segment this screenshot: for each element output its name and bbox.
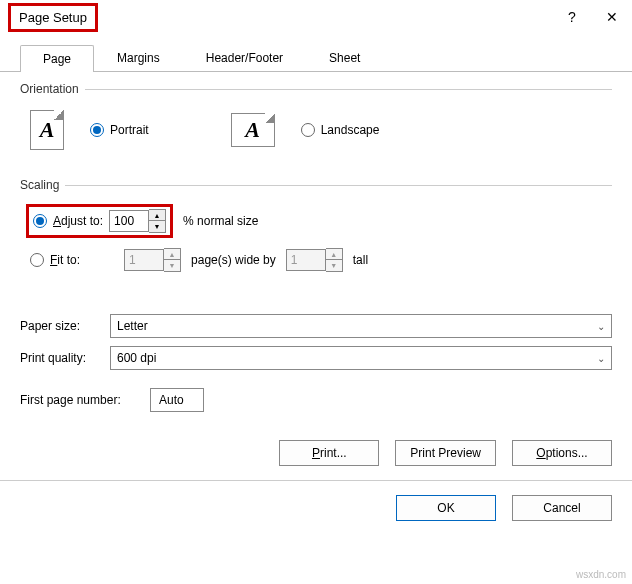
- paper-size-value: Letter: [117, 319, 148, 333]
- fit-tall-input[interactable]: [286, 249, 326, 271]
- portrait-icon: A: [30, 110, 64, 150]
- print-quality-value: 600 dpi: [117, 351, 156, 365]
- watermark: wsxdn.com: [576, 569, 626, 580]
- fit-tall-spinner[interactable]: ▲▼: [286, 248, 343, 272]
- title-bar: Page Setup ? ✕: [0, 0, 632, 34]
- close-button[interactable]: ✕: [592, 2, 632, 32]
- print-quality-select[interactable]: 600 dpi ⌄: [110, 346, 612, 370]
- paper-size-label: Paper size:: [20, 319, 110, 333]
- tab-sheet[interactable]: Sheet: [306, 44, 383, 71]
- cancel-button[interactable]: Cancel: [512, 495, 612, 521]
- first-page-label: First page number:: [20, 393, 150, 407]
- print-button[interactable]: Print...: [279, 440, 379, 466]
- orientation-legend: Orientation: [20, 82, 85, 96]
- print-preview-button[interactable]: Print Preview: [395, 440, 496, 466]
- fit-tall-suffix: tall: [353, 253, 368, 267]
- tab-page[interactable]: Page: [20, 45, 94, 72]
- spin-down-icon[interactable]: ▼: [149, 221, 165, 232]
- window-title: Page Setup: [8, 3, 98, 32]
- ok-button[interactable]: OK: [396, 495, 496, 521]
- scaling-legend: Scaling: [20, 178, 65, 192]
- help-button[interactable]: ?: [552, 2, 592, 32]
- landscape-icon: A: [231, 113, 275, 147]
- print-quality-label: Print quality:: [20, 351, 110, 365]
- tab-strip: Page Margins Header/Footer Sheet: [0, 34, 632, 72]
- spin-up-icon[interactable]: ▲: [149, 210, 165, 221]
- options-button[interactable]: Options...: [512, 440, 612, 466]
- orientation-group: Orientation A Portrait A Landscape: [20, 82, 612, 162]
- portrait-radio[interactable]: Portrait: [90, 123, 149, 137]
- adjust-to-spinner[interactable]: ▲▼: [109, 209, 166, 233]
- fit-to-radio[interactable]: Fit to:: [30, 253, 80, 267]
- landscape-radio[interactable]: Landscape: [301, 123, 380, 137]
- tab-header-footer[interactable]: Header/Footer: [183, 44, 306, 71]
- fit-wide-spinner[interactable]: ▲▼: [124, 248, 181, 272]
- scaling-group: Scaling Adjust to: ▲▼ % normal size Fit …: [20, 178, 612, 282]
- fit-to-label: Fit to:: [50, 253, 80, 267]
- fit-wide-input[interactable]: [124, 249, 164, 271]
- adjust-to-input[interactable]: [109, 210, 149, 232]
- dialog-footer: OK Cancel: [0, 480, 632, 535]
- adjust-to-radio[interactable]: Adjust to:: [33, 214, 103, 228]
- chevron-down-icon: ⌄: [597, 353, 605, 364]
- chevron-down-icon: ⌄: [597, 321, 605, 332]
- landscape-label: Landscape: [321, 123, 380, 137]
- action-row: Print... Print Preview Options...: [0, 426, 632, 480]
- paper-size-select[interactable]: Letter ⌄: [110, 314, 612, 338]
- adjust-to-highlight: Adjust to: ▲▼: [26, 204, 173, 238]
- portrait-label: Portrait: [110, 123, 149, 137]
- tab-margins[interactable]: Margins: [94, 44, 183, 71]
- fit-mid-label: page(s) wide by: [191, 253, 276, 267]
- first-page-input[interactable]: Auto: [150, 388, 204, 412]
- adjust-suffix: % normal size: [183, 214, 258, 228]
- adjust-to-label: Adjust to:: [53, 214, 103, 228]
